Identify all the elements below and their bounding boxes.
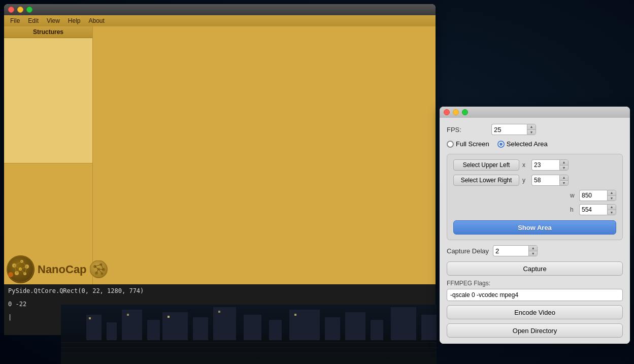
svg-line-12 (20, 269, 25, 274)
ffmpeg-flags-label: FFMPEG Flags: (447, 280, 623, 287)
capture-delay-increment-button[interactable]: ▲ (529, 246, 537, 251)
select-lower-right-button[interactable]: Select Lower Right (453, 175, 519, 186)
svg-rect-48 (89, 317, 91, 319)
y-label: y (522, 177, 528, 184)
terminal-line-1: PySide.QtCore.QRect(0, 22, 1280, 774) (4, 284, 436, 297)
menu-about[interactable]: About (85, 16, 109, 25)
fps-row: FPS: ▲ ▼ (447, 124, 623, 135)
fps-decrement-button[interactable]: ▼ (527, 129, 536, 135)
logo-icon-right (90, 260, 108, 278)
select-upper-left-button[interactable]: Select Upper Left (453, 159, 519, 171)
w-input-group[interactable]: ▲ ▼ (579, 190, 616, 201)
capture-delay-label: Capture Delay (447, 247, 489, 255)
capture-titlebar (440, 107, 630, 118)
menu-file[interactable]: File (6, 16, 24, 25)
fps-stepper[interactable]: ▲ ▼ (527, 124, 536, 135)
width-row: w ▲ ▼ (453, 190, 616, 201)
h-increment-button[interactable]: ▲ (608, 205, 616, 210)
svg-line-8 (22, 261, 27, 267)
menu-help[interactable]: Help (64, 16, 85, 25)
capture-maximize-button[interactable] (462, 109, 468, 115)
minimize-button[interactable] (17, 7, 23, 13)
capture-delay-input-group[interactable]: ▲ ▼ (493, 245, 538, 256)
svg-rect-43 (391, 307, 416, 340)
w-decrement-button[interactable]: ▼ (608, 195, 616, 201)
open-directory-button[interactable]: Open Directory (447, 323, 623, 338)
upper-left-row: Select Upper Left x ▲ ▼ (453, 159, 616, 171)
svg-rect-39 (289, 310, 320, 340)
show-area-button[interactable]: Show Area (453, 220, 616, 235)
ffmpeg-flags-input[interactable] (447, 289, 623, 301)
fullscreen-label: Full Screen (456, 140, 489, 148)
svg-rect-37 (244, 315, 261, 340)
svg-rect-36 (213, 307, 236, 340)
nanocap-body: Structures (4, 26, 436, 288)
capture-window: FPS: ▲ ▼ Full Screen Selected Area (440, 107, 630, 344)
h-decrement-button[interactable]: ▼ (608, 210, 616, 215)
logo-circle-left (7, 255, 35, 283)
nanocap-window: File Edit View Help About Structures (4, 4, 436, 288)
selected-area-label: Selected Area (507, 140, 548, 148)
sidebar-header: Structures (4, 26, 92, 38)
svg-rect-35 (193, 317, 208, 340)
fps-input[interactable] (491, 124, 527, 135)
y-stepper[interactable]: ▲ ▼ (559, 175, 569, 186)
fullscreen-radio[interactable] (447, 141, 454, 148)
y-input[interactable] (531, 175, 559, 186)
h-input-group[interactable]: ▲ ▼ (579, 204, 616, 215)
capture-body: FPS: ▲ ▼ Full Screen Selected Area (440, 118, 630, 344)
sidebar: Structures (4, 26, 93, 288)
w-stepper[interactable]: ▲ ▼ (607, 190, 616, 201)
close-button[interactable] (8, 7, 14, 13)
svg-point-15 (8, 272, 13, 277)
x-increment-button[interactable]: ▲ (560, 160, 568, 165)
capture-minimize-button[interactable] (453, 109, 459, 115)
menu-view[interactable]: View (43, 16, 64, 25)
svg-rect-41 (345, 312, 365, 340)
svg-rect-40 (325, 317, 340, 340)
svg-rect-30 (86, 315, 102, 340)
main-canvas (93, 26, 436, 288)
fps-increment-button[interactable]: ▲ (527, 124, 536, 129)
lower-right-row: Select Lower Right y ▲ ▼ (453, 175, 616, 186)
capture-close-button[interactable] (444, 109, 450, 115)
svg-rect-50 (168, 316, 170, 318)
svg-rect-51 (218, 311, 220, 313)
h-stepper[interactable]: ▲ ▼ (607, 204, 616, 215)
maximize-button[interactable] (26, 7, 32, 13)
capture-mode-row: Full Screen Selected Area (447, 140, 623, 148)
svg-rect-42 (371, 320, 383, 340)
fps-input-group[interactable]: ▲ ▼ (491, 124, 536, 135)
x-decrement-button[interactable]: ▼ (560, 165, 568, 170)
w-label: w (570, 192, 576, 199)
y-decrement-button[interactable]: ▼ (560, 180, 568, 185)
x-stepper[interactable]: ▲ ▼ (559, 159, 569, 171)
svg-rect-52 (294, 314, 296, 316)
logo-text: NanoCap (38, 263, 87, 276)
menu-edit[interactable]: Edit (24, 16, 43, 25)
x-input-group[interactable]: ▲ ▼ (531, 159, 569, 171)
sidebar-bottom-panel: NanoCap (4, 163, 92, 288)
svg-rect-32 (122, 310, 142, 340)
capture-delay-decrement-button[interactable]: ▼ (529, 251, 537, 256)
svg-rect-33 (147, 320, 160, 340)
h-input[interactable] (579, 204, 607, 215)
selected-area-option[interactable]: Selected Area (497, 140, 548, 148)
w-increment-button[interactable]: ▲ (608, 190, 616, 195)
capture-delay-input[interactable] (493, 245, 528, 256)
y-increment-button[interactable]: ▲ (560, 175, 568, 180)
fullscreen-option[interactable]: Full Screen (447, 140, 489, 148)
selected-area-radio[interactable] (497, 141, 505, 148)
x-label: x (522, 161, 528, 169)
nanocap-titlebar (4, 4, 436, 15)
w-input[interactable] (579, 190, 607, 201)
capture-delay-row: Capture Delay ▲ ▼ (447, 245, 623, 256)
x-input[interactable] (531, 159, 559, 171)
night-scene (61, 305, 437, 364)
y-input-group[interactable]: ▲ ▼ (531, 175, 569, 186)
capture-button[interactable]: Capture (447, 261, 623, 276)
menu-bar: File Edit View Help About (4, 15, 436, 26)
capture-delay-stepper[interactable]: ▲ ▼ (528, 245, 538, 256)
encode-video-button[interactable]: Encode Video (447, 305, 623, 319)
area-selection-box: Select Upper Left x ▲ ▼ Select Lower Rig… (447, 154, 623, 240)
